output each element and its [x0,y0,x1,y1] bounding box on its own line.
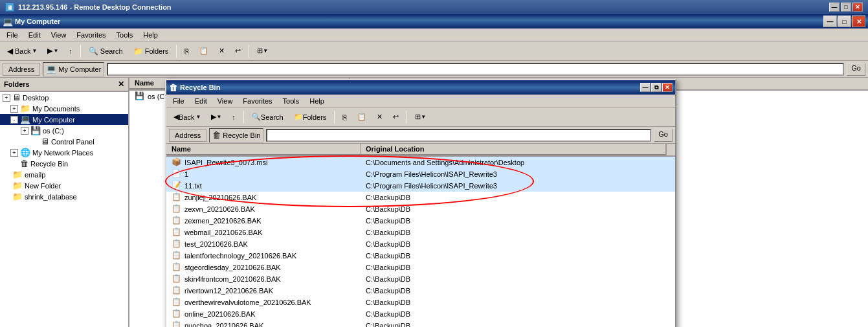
file-location-cell: C:\Backup\DB [361,205,675,214]
recycle-col-location[interactable]: Original Location [361,144,666,155]
recycle-menu-help[interactable]: Help [304,96,329,106]
forward-button[interactable]: ▶ ▼ [43,43,63,59]
file-location-cell: C:\Backup\DB [361,216,675,225]
file-name: talentfortechnology_20210626.BAK [184,252,296,260]
folders-panel-close[interactable]: ✕ [118,80,124,89]
menu-favorites[interactable]: Favorites [71,30,111,40]
file-location-cell: C:\Backup\DB [361,240,675,249]
recycle-menu-tools[interactable]: Tools [278,96,305,106]
paste-button[interactable]: 📋 [195,43,213,59]
tree-item-mydocuments[interactable]: + 📁 My Documents [0,103,128,114]
recycle-views-icon: ⊞ [415,113,421,121]
recycle-views-btn[interactable]: ⊞▼ [410,109,430,125]
search-label: Search [100,47,123,55]
menu-help[interactable]: Help [138,30,163,40]
rdp-titlebar: 🖥 112.213.95.146 - Remote Desktop Connec… [0,0,868,14]
tree-item-newfolder[interactable]: + 📁 New Folder [0,180,128,191]
recycle-up-btn[interactable]: ↑ [227,109,240,125]
recycle-menu-file[interactable]: File [168,96,190,106]
rdp-close-btn[interactable]: ✕ [852,3,863,12]
copy-button[interactable]: ⎘ [180,43,194,59]
menu-view[interactable]: View [46,30,72,40]
file-row[interactable]: 📋 stgeordiesday_20210626.BAK C:\Backup\D… [166,262,675,273]
tree-item-emailp[interactable]: + 📁 emailp [0,169,128,180]
tree-item-shrinkdb[interactable]: + 📁 shrink_database [0,191,128,202]
recycle-menu-edit[interactable]: Edit [190,96,212,106]
file-row[interactable]: 📦 ISAPI_Rewrite3_0073.msi C:\Documents a… [166,157,675,168]
tree-item-mycomputer[interactable]: - 💻 My Computer [0,114,128,125]
expand-mycomputer[interactable]: - [10,116,18,124]
up-button[interactable]: ↑ [64,43,77,59]
recycle-close-btn[interactable]: ✕ [662,83,673,92]
file-row[interactable]: 📋 talentfortechnology_20210626.BAK C:\Ba… [166,250,675,262]
file-row[interactable]: 📝 11.txt C:\Program Files\Helicon\ISAPI_… [166,180,675,192]
expand-osc[interactable]: + [21,127,28,135]
menu-tools[interactable]: Tools [111,30,139,40]
mycomputer-close-btn[interactable]: ✕ [852,16,865,27]
recycle-forward-btn[interactable]: ▶ ▼ [206,109,226,125]
menu-file[interactable]: File [1,30,23,40]
recycle-minimize-btn[interactable]: — [640,83,651,92]
recycle-col-name[interactable]: Name [166,144,361,155]
recycle-back-btn[interactable]: ◀ Back ▼ [169,109,205,125]
tree-item-desktop[interactable]: + 🖥 Desktop [0,92,128,103]
tree-item-recycle[interactable]: + 🗑 Recycle Bin [0,158,128,169]
file-row[interactable]: 📋 overthewirevalvulotome_20210626.BAK C:… [166,297,675,308]
go-button[interactable]: Go [847,63,865,76]
file-location-cell: C:\Backup\DB [361,275,675,284]
recycle-undo-btn[interactable]: ↩ [388,109,403,125]
recycle-forward-icon: ▶ [211,113,216,121]
recycle-address-label: Address [169,129,206,142]
expand-desktop[interactable]: + [3,94,10,102]
forward-icon: ▶ [47,47,52,55]
mycomputer-maximize-btn[interactable]: □ [838,16,851,27]
search-button[interactable]: 🔍 Search [84,43,128,59]
controlpanel-icon: 🖥 [41,137,49,146]
delete-button[interactable]: ✕ [214,43,229,59]
file-type-icon: 📝 [172,181,182,191]
mycomputer-icon: 💻 [3,17,13,27]
file-row[interactable]: 📋 webmail_20210626.BAK C:\Backup\DB [166,227,675,238]
tree-item-osc[interactable]: + 💾 os (C:) [0,125,128,136]
file-name-cell: 📋 nuochoa_20210626.BAK [166,320,361,327]
file-type-icon: 📄 [172,169,182,179]
rdp-maximize-btn[interactable]: □ [841,3,851,12]
file-location: C:\Backup\DB [366,217,410,225]
separator-3 [249,45,249,58]
file-row[interactable]: 📋 nuochoa_20210626.BAK C:\Backup\DB [166,320,675,327]
file-row[interactable]: 📋 test_20210626.BAK C:\Backup\DB [166,238,675,250]
address-value: My Computer [58,65,101,73]
up-icon: ↑ [69,47,72,55]
file-row[interactable]: 📋 zunjiej_20210626.BAK C:\Backup\DB [166,192,675,203]
recycle-go-button[interactable]: Go [654,129,673,142]
recycle-file-list[interactable]: 📦 ISAPI_Rewrite3_0073.msi C:\Documents a… [166,157,675,327]
recycle-restore-btn[interactable]: ⧉ [651,83,662,92]
recycle-delete-btn[interactable]: ✕ [372,109,387,125]
file-row[interactable]: 📋 zexvn_20210626.BAK C:\Backup\DB [166,203,675,215]
back-button[interactable]: ◀ Back ▼ [3,43,41,59]
rdp-minimize-btn[interactable]: — [829,3,840,12]
expand-network[interactable]: + [10,149,18,157]
views-button[interactable]: ⊞ ▼ [252,43,273,59]
file-row[interactable]: 📋 skin4frontcom_20210626.BAK C:\Backup\D… [166,273,675,285]
recycle-menu-favorites[interactable]: Favorites [238,96,277,106]
file-name: online_20210626.BAK [184,310,255,318]
file-name-cell: 📋 online_20210626.BAK [166,308,361,320]
expand-mydocuments[interactable]: + [10,105,18,113]
mycomputer-minimize-btn[interactable]: — [823,16,837,27]
tree-item-controlpanel[interactable]: + 🖥 Control Panel [0,136,128,147]
tree-item-network[interactable]: + 🌐 My Network Places [0,147,128,158]
file-row[interactable]: 📄 1 C:\Program Files\Helicon\ISAPI_Rewri… [166,168,675,180]
recycle-folders-btn[interactable]: 📁 Folders [289,109,331,125]
folders-button[interactable]: 📁 Folders [129,43,173,59]
recycle-paste-btn[interactable]: 📋 [353,109,371,125]
file-row[interactable]: 📋 rivertown12_20210626.BAK C:\Backup\DB [166,285,675,297]
file-row[interactable]: 📋 zexmen_20210626.BAK C:\Backup\DB [166,215,675,227]
recycle-menu-view[interactable]: View [212,96,238,106]
file-row[interactable]: 📋 online_20210626.BAK C:\Backup\DB [166,308,675,320]
menu-edit[interactable]: Edit [23,30,46,40]
undo-button[interactable]: ↩ [230,43,245,59]
file-type-icon: 📋 [172,262,182,273]
recycle-copy-btn[interactable]: ⎘ [338,109,351,125]
recycle-search-btn[interactable]: 🔍 Search [247,109,288,125]
